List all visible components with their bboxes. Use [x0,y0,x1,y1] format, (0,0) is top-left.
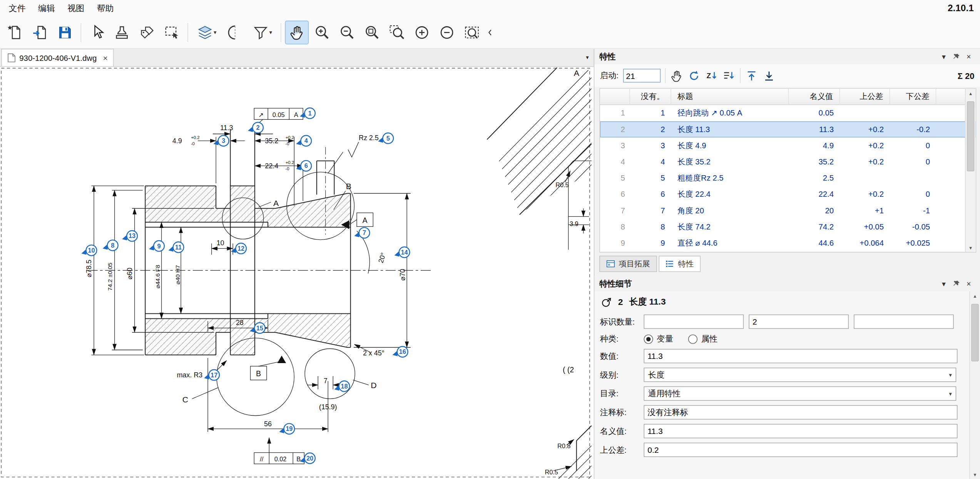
balloon-17[interactable]: 17 [204,370,219,380]
pan-button[interactable] [285,21,309,45]
save-button[interactable] [53,21,77,45]
table-row[interactable]: 55粗糙度Rz 2.52.5 [600,170,976,186]
scroll-thumb[interactable] [971,304,978,361]
drawing-label: 7 [324,377,328,385]
balloon-12[interactable]: 12 [231,243,246,254]
balloon-14[interactable]: 14 [394,247,410,258]
balloon-2[interactable]: 2 [248,122,263,133]
table-cell: 11.3 [789,121,840,137]
balloon-11[interactable]: 11 [168,242,184,253]
panel-close-icon[interactable]: × [963,52,975,61]
open-document-button[interactable] [28,21,52,45]
level-select[interactable]: 长度▾ [644,368,956,382]
arc-measure-button[interactable] [222,21,246,45]
balloon-9[interactable]: 9 [149,241,164,251]
panel-pin-icon[interactable] [950,52,962,61]
menu-file[interactable]: 文件 [2,1,32,16]
drawing-canvas[interactable]: 11.34.9+0.2-035.2+0.2-0Rz 2.522.4+0.2-0↗… [0,67,594,479]
decrease-button[interactable] [435,21,459,45]
scroll-down-icon[interactable]: ▼ [968,243,973,252]
balloon-4[interactable]: 4 [296,136,311,146]
tab-characteristics[interactable]: 特性 [659,256,701,272]
balloon-18[interactable]: 18 [334,381,350,392]
radio-attribute[interactable]: 属性 [688,333,717,344]
new-document-button[interactable] [3,21,27,45]
note-input[interactable] [644,405,957,419]
table-header[interactable]: 没有。 标题 名义值 上公差 下公差 [600,89,976,105]
tab-project-expansion[interactable]: 项目拓展 [599,256,657,272]
zoom-extent-button[interactable] [460,21,484,45]
upper-tol-label: 上公差: [600,444,644,456]
table-cell: 20 [789,203,840,219]
select-cursor-button[interactable] [85,21,109,45]
balloon-8[interactable]: 8 [103,240,118,251]
zoom-window-button[interactable] [385,21,409,45]
table-row[interactable]: 66长度 22.422.4+0.20 [600,186,976,203]
panel-close-icon[interactable]: × [963,279,975,288]
list-order-button[interactable] [722,69,735,82]
characteristics-panel-header: 特性 ▾ × [594,49,980,65]
filter-button[interactable]: ▾ [248,21,277,45]
details-scrollbar[interactable]: ▲ ▼ [969,291,980,479]
radio-variable[interactable]: 变量 [644,333,673,344]
table-row[interactable]: 99直径 ⌀ 44.644.6+0.064+0.025 [600,235,976,251]
table-row[interactable]: 11径向跳动 ↗ 0.05 A0.05 [600,105,976,121]
svg-text:3: 3 [222,137,225,144]
move-bottom-button[interactable] [762,69,775,82]
menu-view[interactable]: 视图 [61,1,90,16]
id-count-input-2[interactable] [749,315,849,329]
panel-dropdown-icon[interactable]: ▾ [938,279,950,288]
zoom-fit-button[interactable] [360,21,384,45]
table-scrollbar[interactable]: ▲ ▼ [965,89,976,252]
table-cell: 6 [630,186,671,203]
id-count-input-1[interactable] [644,315,744,329]
table-row[interactable]: 77角度 2020+1-1 [600,203,976,219]
nominal-label: 名义值: [600,425,644,437]
catalog-select[interactable]: 通用特性▾ [644,386,956,400]
hand-icon [670,69,683,82]
scroll-up-icon[interactable]: ▲ [968,89,973,98]
table-cell [840,105,890,121]
stamp-button[interactable] [110,21,134,45]
scroll-up-icon[interactable]: ▲ [973,291,977,300]
tab-overflow-button[interactable]: ▾ [586,54,589,60]
table-row[interactable]: 22长度 11.311.3+0.2-0.2 [600,121,976,137]
marquee-select-button[interactable] [160,21,184,45]
upper-tol-input[interactable] [644,443,957,457]
move-top-button[interactable] [745,69,758,82]
drawing-label: ⌀70 [399,269,406,281]
tags-button[interactable] [135,21,159,45]
pick-tool-button[interactable] [670,69,683,82]
id-count-input-3[interactable] [854,315,954,329]
table-row[interactable]: 88长度 74.274.2+0.05-0.05 [600,219,976,235]
table-row[interactable]: 33长度 4.94.9+0.20 [600,137,976,154]
drawing-label: // [260,456,264,462]
balloon-13[interactable]: 13 [122,231,137,241]
nominal-input[interactable] [644,424,957,438]
document-tab[interactable]: 930-1200-406-V1.dwg × [1,49,114,66]
scroll-thumb[interactable] [967,101,974,171]
collapse-toolbar-button[interactable] [485,21,495,45]
zoom-in-button[interactable] [310,21,334,45]
increase-button[interactable] [410,21,434,45]
balloon-10[interactable]: 10 [81,245,97,256]
panel-pin-icon[interactable] [950,279,962,288]
table-cell: +0.2 [840,154,890,170]
characteristics-table-body: 11径向跳动 ↗ 0.05 A0.0522长度 11.311.3+0.2-0.2… [600,105,976,251]
zoom-out-button[interactable] [335,21,359,45]
balloon-7[interactable]: 7 [354,228,370,238]
menu-edit[interactable]: 编辑 [32,1,61,16]
sort-button[interactable]: Z [705,69,718,82]
panel-dropdown-icon[interactable]: ▾ [938,52,950,61]
start-input[interactable] [623,69,660,83]
renumber-button[interactable] [687,69,700,82]
close-tab-icon[interactable]: × [103,53,107,62]
table-row[interactable]: 44长度 35.235.2+0.20 [600,154,976,170]
layers-button[interactable]: ▾ [192,21,221,45]
scroll-down-icon[interactable]: ▼ [973,470,977,479]
menu-help[interactable]: 帮助 [90,1,120,16]
value-input[interactable] [644,349,957,363]
balloon-5[interactable]: 5 [378,133,393,144]
balloon-16[interactable]: 16 [393,347,408,357]
drawing-label: B [256,369,261,378]
